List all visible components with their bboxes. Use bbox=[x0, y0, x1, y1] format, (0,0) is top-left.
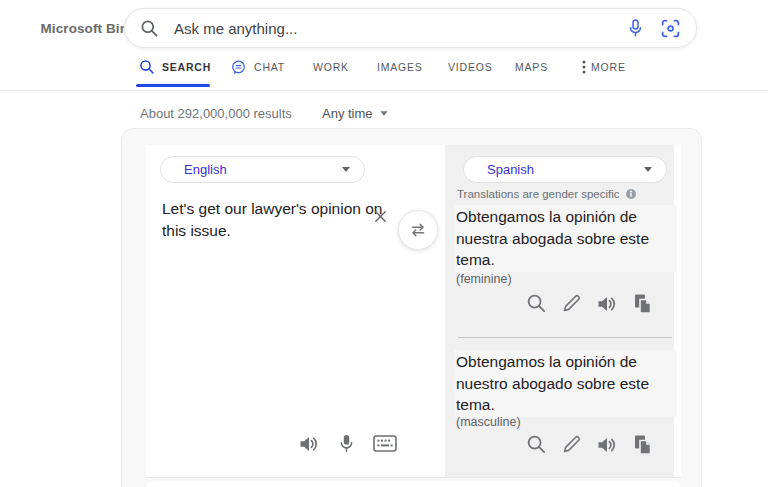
edit-pencil-icon[interactable] bbox=[561, 293, 582, 314]
search-tab-icon bbox=[139, 59, 155, 75]
tab-search-label: SEARCH bbox=[162, 61, 211, 73]
tab-images-label: IMAGES bbox=[377, 61, 423, 73]
bing-logo[interactable]: Microsoft Bing bbox=[13, 19, 136, 38]
tab-videos[interactable]: VIDEOS bbox=[448, 57, 492, 77]
edit-pencil-icon[interactable] bbox=[561, 434, 582, 455]
chevron-down-icon bbox=[380, 111, 387, 116]
gender-note: Translations are gender specific bbox=[457, 188, 637, 200]
source-toolbar bbox=[298, 433, 397, 454]
tab-chat[interactable]: CHAT bbox=[230, 57, 285, 77]
translator-panel: English Let's get our lawyer's opinion o… bbox=[146, 145, 681, 478]
next-section-panel bbox=[146, 481, 681, 487]
listen-icon[interactable] bbox=[596, 435, 618, 455]
gender-note-text: Translations are gender specific bbox=[457, 188, 620, 200]
chevron-down-icon bbox=[644, 167, 652, 172]
tab-maps[interactable]: MAPS bbox=[515, 57, 548, 77]
brand-name: Microsoft Bing bbox=[41, 21, 137, 36]
header-divider bbox=[0, 90, 768, 91]
translation-feminine-text[interactable]: Obtengamos la opinión de nuestra abogada… bbox=[454, 205, 677, 272]
tab-chat-label: CHAT bbox=[254, 61, 285, 73]
translation-feminine-gender-label: (feminine) bbox=[456, 272, 512, 286]
translation-masculine-gender-label: (masculine) bbox=[456, 415, 521, 429]
source-language-label: English bbox=[184, 162, 227, 177]
tab-videos-label: VIDEOS bbox=[448, 61, 492, 73]
chat-tab-icon bbox=[230, 59, 247, 76]
search-bar[interactable] bbox=[124, 8, 697, 48]
listen-icon[interactable] bbox=[596, 294, 618, 314]
target-language-dropdown[interactable]: Spanish bbox=[463, 156, 667, 183]
tab-maps-label: MAPS bbox=[515, 61, 548, 73]
tab-search[interactable]: SEARCH bbox=[139, 57, 211, 77]
translation-masculine-text[interactable]: Obtengamos la opinión de nuestro abogado… bbox=[454, 350, 677, 417]
tab-work[interactable]: WORK bbox=[313, 57, 349, 77]
tab-more-label: MORE bbox=[591, 61, 626, 73]
time-filter-dropdown[interactable]: Any time bbox=[322, 106, 388, 121]
source-language-dropdown[interactable]: English bbox=[160, 156, 365, 183]
time-filter-label: Any time bbox=[322, 106, 373, 121]
search-icon bbox=[140, 19, 159, 38]
search-input[interactable] bbox=[172, 19, 618, 38]
translation-masculine-toolbar bbox=[526, 434, 652, 455]
listen-icon[interactable] bbox=[298, 434, 320, 454]
visual-search-icon[interactable] bbox=[660, 18, 681, 39]
tab-work-label: WORK bbox=[313, 61, 349, 73]
bing-search-page: Microsoft Bing SEARCH CHAT WORK IMAGE bbox=[0, 0, 768, 487]
active-tab-underline bbox=[136, 84, 210, 87]
microsoft-logo-icon bbox=[13, 19, 32, 38]
keyboard-icon[interactable] bbox=[373, 435, 397, 452]
copy-icon[interactable] bbox=[632, 434, 652, 455]
tab-images[interactable]: IMAGES bbox=[377, 57, 423, 77]
clear-text-button[interactable] bbox=[373, 209, 388, 224]
results-count: About 292,000,000 results bbox=[140, 106, 292, 121]
source-text[interactable]: Let's get our lawyer's opinion on this i… bbox=[162, 198, 394, 241]
vertical-dots-icon bbox=[582, 60, 586, 74]
translations-divider bbox=[458, 337, 672, 338]
tab-more[interactable]: MORE bbox=[582, 57, 626, 77]
chevron-down-icon bbox=[342, 167, 350, 172]
dictate-microphone-icon[interactable] bbox=[337, 433, 356, 454]
search-translation-icon[interactable] bbox=[526, 293, 547, 314]
copy-icon[interactable] bbox=[632, 293, 652, 314]
target-language-label: Spanish bbox=[487, 162, 534, 177]
translation-feminine-toolbar bbox=[526, 293, 652, 314]
microphone-icon[interactable] bbox=[626, 18, 645, 39]
search-translation-icon[interactable] bbox=[526, 434, 547, 455]
info-icon[interactable] bbox=[625, 188, 637, 200]
swap-languages-button[interactable] bbox=[398, 210, 438, 250]
